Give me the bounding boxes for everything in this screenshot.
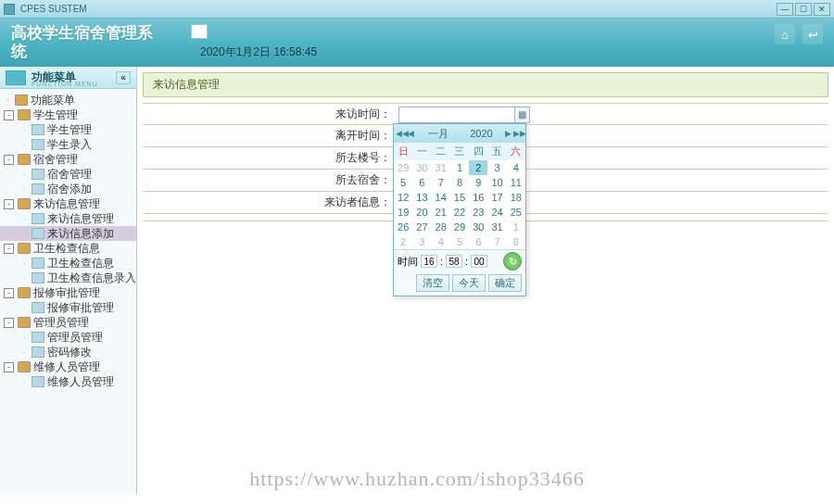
- day-cell[interactable]: 25: [507, 205, 525, 220]
- home-icon[interactable]: ⌂: [775, 24, 795, 44]
- tree-leaf-5-0[interactable]: ·管理员管理: [0, 330, 136, 345]
- day-cell[interactable]: 20: [412, 205, 431, 220]
- ok-button[interactable]: 确定: [488, 274, 522, 292]
- second-input[interactable]: [471, 255, 487, 268]
- tree-toggle[interactable]: -: [4, 244, 14, 254]
- leaf-icon: [32, 213, 44, 224]
- day-cell[interactable]: 1: [507, 220, 525, 234]
- tree-leaf-0-1[interactable]: ·学生录入: [0, 137, 136, 152]
- day-cell[interactable]: 4: [432, 234, 450, 249]
- day-cell[interactable]: 5: [450, 234, 469, 249]
- day-cell[interactable]: 21: [432, 205, 450, 220]
- refresh-time-button[interactable]: ↻: [503, 252, 522, 271]
- tree-root[interactable]: ·功能菜单: [0, 93, 136, 107]
- calendar-trigger-icon[interactable]: ▦: [515, 107, 530, 123]
- day-cell[interactable]: 23: [469, 205, 487, 220]
- minimize-button[interactable]: —: [777, 3, 793, 16]
- tree-group-0[interactable]: -学生管理: [0, 107, 136, 122]
- day-cell[interactable]: 14: [432, 190, 450, 205]
- tree-leaf-2-0[interactable]: ·来访信息管理: [0, 211, 136, 226]
- tree-group-2[interactable]: -来访信息管理: [0, 196, 136, 211]
- day-cell[interactable]: 5: [394, 175, 412, 190]
- day-cell[interactable]: 12: [394, 190, 412, 205]
- tree-leaf-1-1[interactable]: ·宿舍添加: [0, 182, 136, 196]
- folder-icon: [18, 287, 31, 298]
- clear-button[interactable]: 清空: [416, 274, 449, 292]
- next-month-button[interactable]: ▶: [503, 129, 513, 138]
- day-cell[interactable]: 8: [507, 234, 525, 249]
- day-cell[interactable]: 10: [487, 175, 506, 190]
- day-cell[interactable]: 2: [469, 160, 487, 175]
- day-cell[interactable]: 7: [432, 175, 450, 190]
- day-cell[interactable]: 18: [507, 190, 525, 205]
- tree-toggle[interactable]: -: [4, 155, 14, 165]
- next-year-button[interactable]: ▶▶: [513, 129, 524, 138]
- minute-input[interactable]: [446, 255, 462, 268]
- day-cell[interactable]: 30: [469, 220, 487, 234]
- tree-leaf-3-1[interactable]: ·卫生检查信息录入: [0, 271, 136, 285]
- tree-toggle[interactable]: -: [4, 362, 14, 372]
- tree-label: 学生管理: [33, 107, 78, 122]
- tree-leaf-6-0[interactable]: ·维修人员管理: [0, 374, 136, 389]
- day-cell[interactable]: 16: [469, 190, 487, 205]
- tree-toggle[interactable]: -: [4, 199, 14, 209]
- tree-group-5[interactable]: -管理员管理: [0, 315, 136, 330]
- hour-input[interactable]: [421, 255, 437, 268]
- tree-group-6[interactable]: -维修人员管理: [0, 359, 136, 374]
- day-cell[interactable]: 3: [412, 234, 431, 249]
- tree-toggle[interactable]: -: [4, 288, 14, 298]
- weekday-0: 日: [394, 143, 412, 160]
- tree-group-3[interactable]: -卫生检查信息: [0, 241, 136, 256]
- day-cell[interactable]: 28: [432, 220, 450, 234]
- prev-month-button[interactable]: ◀: [406, 129, 416, 138]
- day-cell[interactable]: 29: [450, 220, 469, 234]
- today-button[interactable]: 今天: [452, 274, 486, 292]
- tree-group-1[interactable]: -宿舍管理: [0, 152, 136, 167]
- day-cell[interactable]: 13: [412, 190, 431, 205]
- tree-leaf-3-0[interactable]: ·卫生检查信息: [0, 256, 136, 271]
- tree-leaf-0-0[interactable]: ·学生管理: [0, 122, 136, 137]
- tree-toggle[interactable]: -: [4, 110, 14, 120]
- maximize-button[interactable]: ☐: [795, 3, 812, 16]
- day-cell[interactable]: 15: [450, 190, 469, 205]
- day-cell[interactable]: 24: [487, 205, 506, 220]
- day-cell[interactable]: 3: [487, 160, 506, 175]
- datepicker-month[interactable]: 一月: [416, 127, 460, 141]
- day-cell[interactable]: 6: [469, 234, 487, 249]
- tree-label: 维修人员管理: [33, 359, 100, 374]
- label-visitor-info: 来访者信息：: [143, 195, 395, 210]
- day-cell[interactable]: 7: [487, 234, 506, 249]
- day-cell[interactable]: 22: [450, 205, 469, 220]
- day-cell[interactable]: 9: [469, 175, 487, 190]
- day-cell[interactable]: 8: [450, 175, 469, 190]
- datepicker-year[interactable]: 2020: [460, 128, 503, 139]
- day-cell[interactable]: 4: [507, 160, 525, 175]
- day-cell[interactable]: 19: [394, 205, 412, 220]
- tree-leaf-2-1[interactable]: ·来访信息添加: [0, 226, 136, 241]
- day-cell[interactable]: 31: [487, 220, 506, 234]
- tree-toggle[interactable]: -: [4, 318, 14, 328]
- close-button[interactable]: ✕: [814, 3, 830, 16]
- day-cell[interactable]: 26: [394, 220, 412, 234]
- day-cell[interactable]: 17: [487, 190, 506, 205]
- day-cell[interactable]: 1: [450, 160, 469, 175]
- collapse-sidebar-button[interactable]: «: [116, 71, 131, 84]
- logout-icon[interactable]: ↩: [802, 24, 823, 44]
- tree-leaf-5-1[interactable]: ·密码修改: [0, 345, 136, 359]
- day-cell[interactable]: 11: [507, 175, 525, 190]
- day-cell[interactable]: 30: [412, 160, 431, 175]
- datepicker-days: 2930311234567891011121314151617181920212…: [394, 160, 525, 249]
- tree-group-4[interactable]: -报修审批管理: [0, 285, 136, 300]
- day-cell[interactable]: 2: [394, 234, 412, 249]
- tree-leaf-4-0[interactable]: ·报修审批管理: [0, 300, 136, 315]
- day-cell[interactable]: 27: [412, 220, 431, 234]
- day-cell[interactable]: 29: [394, 160, 412, 175]
- input-visit-time[interactable]: [398, 107, 515, 123]
- day-cell[interactable]: 31: [432, 160, 450, 175]
- weekday-5: 五: [487, 143, 506, 160]
- app-icon: [4, 4, 15, 15]
- tree-leaf-1-0[interactable]: ·宿舍管理: [0, 167, 136, 182]
- day-cell[interactable]: 6: [412, 175, 431, 190]
- folder-icon: [18, 317, 31, 328]
- prev-year-button[interactable]: ◀◀: [396, 129, 406, 138]
